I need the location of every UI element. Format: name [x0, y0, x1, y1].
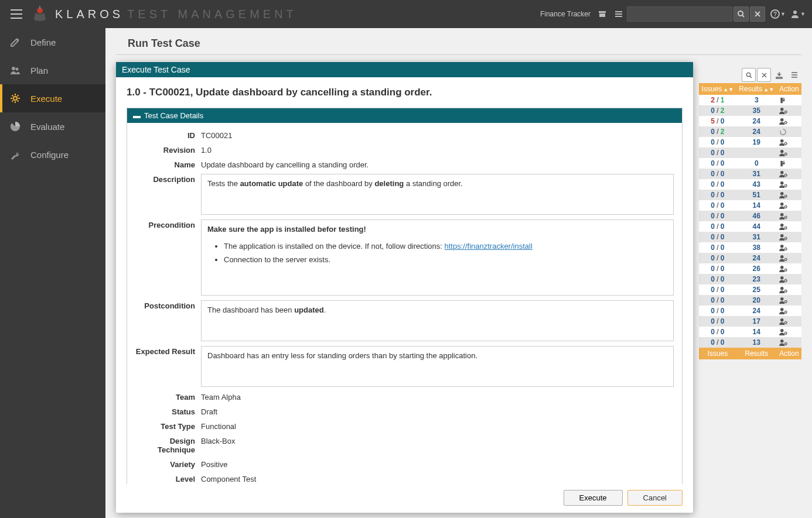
panel-search-button[interactable]: [742, 68, 756, 82]
sidebar-item-evaluate[interactable]: Evaluate: [0, 112, 105, 140]
sidebar-item-configure[interactable]: Configure: [0, 140, 105, 169]
action-cell[interactable]: [777, 169, 801, 179]
action-cell[interactable]: [777, 337, 801, 348]
action-cell[interactable]: [777, 190, 801, 200]
results-row[interactable]: 0 / 235: [699, 105, 801, 116]
search-button[interactable]: [733, 6, 749, 22]
svg-point-24: [780, 149, 784, 153]
collapse-icon[interactable]: ▬: [133, 111, 141, 120]
action-cell[interactable]: [777, 116, 801, 126]
action-cell[interactable]: [777, 158, 801, 169]
menu-toggle-icon[interactable]: [6, 9, 27, 19]
action-cell[interactable]: [777, 306, 801, 316]
svg-text:?: ?: [773, 11, 777, 18]
sidebar-item-execute[interactable]: Execute: [0, 84, 105, 112]
dialog-body[interactable]: 1.0 - TC00021, Update dashboard by cance…: [116, 77, 693, 484]
results-cell: 20: [736, 295, 777, 306]
panel-menu-icon[interactable]: [787, 68, 801, 82]
svg-rect-6: [615, 16, 622, 17]
results-row[interactable]: 0 / 051: [699, 190, 801, 200]
action-cell[interactable]: [777, 147, 801, 158]
results-row[interactable]: 0 / 024: [699, 253, 801, 263]
svg-line-8: [742, 15, 744, 17]
label-team: Team: [131, 392, 201, 402]
issues-cell: 0 / 0: [699, 200, 736, 211]
action-cell[interactable]: [777, 263, 801, 274]
archive-icon[interactable]: [594, 6, 610, 22]
results-row[interactable]: 0 / 00: [699, 158, 801, 169]
results-row[interactable]: 0 / 019: [699, 137, 801, 147]
execute-button[interactable]: Execute: [564, 490, 623, 506]
results-table: Issues▲▼ Results▲▼ Action 2 / 130 / 2355…: [699, 83, 801, 359]
svg-point-59: [780, 339, 784, 342]
sidebar-item-label: Evaluate: [30, 122, 64, 132]
cancel-button[interactable]: Cancel: [627, 490, 683, 506]
user-menu-icon[interactable]: ▼: [790, 6, 806, 22]
label-precondition: Precondition: [131, 219, 201, 229]
svg-point-38: [784, 227, 787, 229]
results-row[interactable]: 0 / 043: [699, 179, 801, 190]
col-results[interactable]: Results▲▼: [736, 83, 777, 95]
results-row[interactable]: 0 / 046: [699, 211, 801, 221]
action-cell[interactable]: [777, 253, 801, 263]
svg-point-14: [13, 97, 17, 100]
action-cell[interactable]: [777, 200, 801, 211]
fieldset-header[interactable]: ▬ Test Case Details: [127, 108, 682, 123]
value-test-type: Functional: [201, 421, 674, 431]
action-cell[interactable]: [777, 105, 801, 116]
action-cell[interactable]: [777, 274, 801, 284]
svg-point-34: [784, 205, 787, 208]
action-cell[interactable]: [777, 316, 801, 327]
results-row[interactable]: 0 / 0: [699, 147, 801, 158]
edit-icon: [9, 36, 22, 48]
action-cell[interactable]: [777, 295, 801, 306]
results-row[interactable]: 0 / 044: [699, 221, 801, 232]
install-link[interactable]: https://finanztracker/install: [445, 242, 533, 251]
panel-clear-button[interactable]: [757, 68, 771, 82]
results-row[interactable]: 0 / 038: [699, 242, 801, 253]
results-row[interactable]: 2 / 13: [699, 95, 801, 105]
action-cell[interactable]: [777, 179, 801, 190]
action-cell[interactable]: [777, 126, 801, 137]
action-cell[interactable]: [777, 284, 801, 295]
issues-cell: 0 / 0: [699, 169, 736, 179]
action-cell[interactable]: [777, 95, 801, 105]
action-cell[interactable]: [777, 242, 801, 253]
svg-point-11: [793, 11, 797, 14]
results-row[interactable]: 0 / 031: [699, 169, 801, 179]
results-row[interactable]: 5 / 024: [699, 116, 801, 126]
results-row[interactable]: 0 / 013: [699, 337, 801, 348]
results-row[interactable]: 0 / 014: [699, 327, 801, 337]
results-row[interactable]: 0 / 031: [699, 232, 801, 242]
svg-point-28: [784, 174, 787, 176]
svg-point-42: [784, 248, 787, 250]
results-row[interactable]: 0 / 024: [699, 306, 801, 316]
list-icon[interactable]: [610, 6, 627, 22]
global-search-input[interactable]: [627, 6, 732, 22]
results-cell: 25: [736, 284, 777, 295]
svg-point-55: [780, 318, 784, 321]
results-row[interactable]: 0 / 014: [699, 200, 801, 211]
results-row[interactable]: 0 / 026: [699, 263, 801, 274]
results-row[interactable]: 0 / 224: [699, 126, 801, 137]
results-row[interactable]: 0 / 017: [699, 316, 801, 327]
action-cell[interactable]: [777, 327, 801, 337]
action-cell[interactable]: [777, 137, 801, 147]
sidebar-item-plan[interactable]: Plan: [0, 56, 105, 84]
results-row[interactable]: 0 / 025: [699, 284, 801, 295]
action-cell[interactable]: [777, 221, 801, 232]
issues-cell: 0 / 0: [699, 327, 736, 337]
action-cell[interactable]: [777, 232, 801, 242]
help-icon[interactable]: ?▼: [770, 6, 786, 22]
issues-cell: 0 / 0: [699, 306, 736, 316]
svg-point-29: [780, 181, 784, 184]
svg-point-35: [780, 212, 784, 216]
results-row[interactable]: 0 / 020: [699, 295, 801, 306]
sidebar-item-define[interactable]: Define: [0, 28, 105, 56]
action-cell[interactable]: [777, 211, 801, 221]
panel-download-icon[interactable]: [772, 68, 786, 82]
results-row[interactable]: 0 / 023: [699, 274, 801, 284]
col-issues[interactable]: Issues▲▼: [699, 83, 736, 95]
results-cell: [736, 147, 777, 158]
clear-search-button[interactable]: [750, 6, 765, 22]
